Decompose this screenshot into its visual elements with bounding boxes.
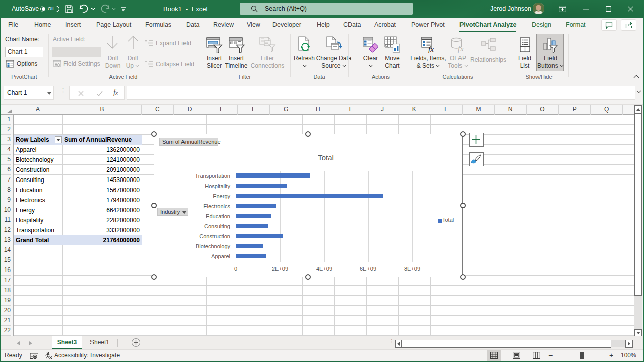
svg-text:fx: fx <box>458 45 464 53</box>
svg-text:fx: fx <box>428 45 434 53</box>
